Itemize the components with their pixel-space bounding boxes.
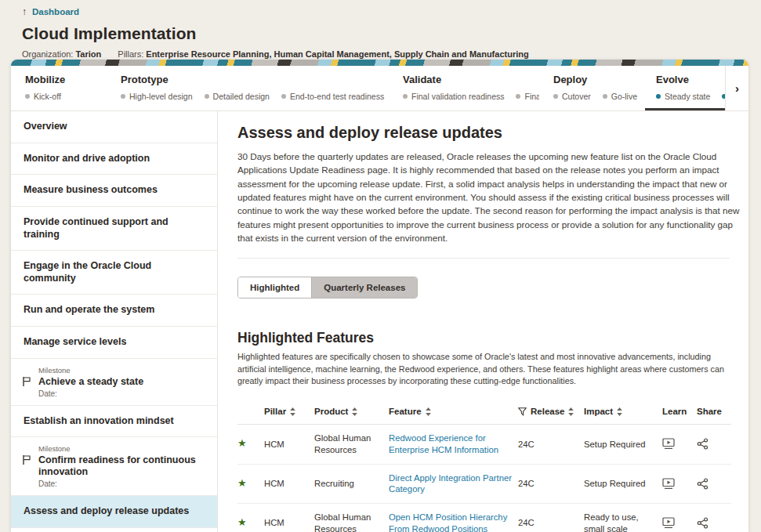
- flag-icon: [22, 454, 31, 465]
- stepper-next-button[interactable]: ›: [725, 66, 748, 110]
- phase-step[interactable]: Detailed design: [205, 92, 270, 101]
- sort-icon: [352, 407, 357, 416]
- sort-icon: [617, 407, 622, 416]
- step-dot-icon: [25, 94, 30, 99]
- features-section-title: Highlighted Features: [237, 330, 730, 346]
- sidebar-item-innovation-mindset[interactable]: Establish an innovation mindset: [11, 406, 217, 438]
- sort-icon: [426, 407, 431, 416]
- column-header-pillar[interactable]: Pillar: [264, 399, 314, 424]
- cell-product: Global Human Resources: [314, 425, 389, 463]
- tab-quarterly-releases[interactable]: Quarterly Releases: [311, 277, 417, 298]
- column-star: [237, 404, 264, 419]
- phase-prototype[interactable]: Prototype High-level design Detailed des…: [107, 66, 389, 110]
- cell-pillar: HCM: [264, 509, 314, 532]
- favorite-star-icon[interactable]: ★: [237, 429, 264, 458]
- cell-release: 24C: [518, 431, 584, 458]
- column-header-learn: Learn: [662, 399, 697, 424]
- phase-step[interactable]: Steady state: [656, 92, 710, 101]
- learn-video-button[interactable]: [662, 509, 697, 532]
- features-section-description: Highlighted features are specifically ch…: [237, 351, 741, 387]
- phase-name: Prototype: [121, 74, 389, 85]
- step-dot-icon: [656, 94, 661, 99]
- flag-icon: [22, 376, 31, 387]
- step-dot-icon: [121, 94, 125, 99]
- sidebar-milestone-continuous-innovation[interactable]: Milestone Confirm readiness for continuo…: [11, 437, 217, 496]
- phase-name: Deploy: [553, 74, 645, 85]
- content-intro: 30 Days before the quarterly updates are…: [237, 150, 747, 244]
- page-title: Cloud Implementation: [22, 24, 727, 43]
- sort-icon: [568, 407, 574, 416]
- phase-step[interactable]: Final validation: [516, 92, 539, 101]
- sidebar-item-operate-system[interactable]: Run and operate the system: [11, 295, 217, 327]
- sidebar-item-support-training[interactable]: Provide continued support and training: [11, 207, 217, 251]
- milestone-label: Confirm readiness for continuous innovat…: [38, 454, 206, 478]
- sidebar-item-cloud-community[interactable]: Engage in the Oracle Cloud community: [11, 251, 217, 295]
- phase-step[interactable]: Kick-off: [25, 92, 61, 101]
- sidebar-item-measure-outcomes[interactable]: Measure business outcomes: [11, 175, 217, 207]
- share-button[interactable]: [697, 509, 731, 532]
- page-meta: Organization:Tarion Pillars:Enterprise R…: [22, 49, 727, 59]
- step-label: End-to-end test readiness: [290, 92, 384, 101]
- page-header: ↑ Dashboard Cloud Implementation Organiz…: [22, 6, 727, 59]
- phase-validate[interactable]: Validate Final validation readiness Fina…: [389, 66, 539, 110]
- content-heading: Assess and deploy release updates: [237, 124, 730, 142]
- tab-highlighted[interactable]: Highlighted: [238, 277, 311, 298]
- column-header-release[interactable]: Release: [518, 399, 584, 424]
- phase-step[interactable]: Go-live: [603, 92, 637, 101]
- highlighted-features-table: Pillar Product Feature Release Im: [237, 399, 731, 532]
- column-header-product[interactable]: Product: [314, 399, 389, 424]
- favorite-star-icon[interactable]: ★: [237, 508, 264, 532]
- cell-impact: Setup Required: [584, 431, 662, 458]
- pillars-value: Enterprise Resource Planning, Human Capi…: [146, 49, 528, 59]
- sidebar-item-service-levels[interactable]: Manage service levels: [11, 327, 217, 359]
- share-nodes-icon: [697, 517, 708, 529]
- table-row: ★ HCM Recruiting Direct Apply Integratio…: [237, 465, 731, 504]
- table-row: ★ HCM Global Human Resources Redwood Exp…: [237, 425, 731, 464]
- phase-step[interactable]: High-level design: [121, 92, 193, 101]
- feature-link[interactable]: Direct Apply Integration Partner Categor…: [389, 465, 518, 503]
- sidebar-item-monitor-adoption[interactable]: Monitor and drive adoption: [11, 143, 217, 176]
- breadcrumb-dashboard-link[interactable]: Dashboard: [32, 7, 79, 16]
- column-label: Pillar: [264, 407, 286, 416]
- video-play-icon: [662, 517, 676, 529]
- section-divider: [237, 258, 730, 259]
- sidebar-item-release-updates-selected[interactable]: Assess and deploy release updates: [11, 496, 217, 528]
- share-button[interactable]: [697, 430, 731, 458]
- column-header-impact[interactable]: Impact: [584, 399, 662, 424]
- column-label: Feature: [389, 407, 422, 416]
- cell-release: 24C: [518, 509, 584, 532]
- sidebar-item-overview[interactable]: Overview: [11, 111, 217, 143]
- step-dot-icon: [281, 94, 286, 99]
- step-label: Final validation: [524, 92, 539, 101]
- step-dot-icon: [205, 94, 209, 99]
- cell-impact: Setup Required: [584, 470, 662, 498]
- cell-pillar: HCM: [264, 470, 314, 498]
- milestone-tag: Milestone: [38, 444, 206, 453]
- phase-deploy[interactable]: Deploy Cutover Go-live: [539, 66, 645, 110]
- feature-link[interactable]: Redwood Experience for Enterprise HCM In…: [389, 425, 518, 463]
- phase-name: Evolve: [656, 74, 725, 85]
- share-button[interactable]: [697, 470, 731, 498]
- milestone-date-label: Date:: [38, 480, 206, 488]
- learn-video-button[interactable]: [662, 470, 697, 498]
- phase-step[interactable]: Final validation readiness: [403, 92, 504, 101]
- step-label: Kick-off: [34, 92, 61, 101]
- organization-label: Organization:: [22, 49, 73, 59]
- feature-link[interactable]: Open HCM Position Hierarchy From Redwood…: [389, 504, 518, 532]
- phase-step[interactable]: End-to-end test readiness: [281, 92, 384, 101]
- cell-product: Recruiting: [314, 470, 389, 498]
- milestone-date-label: Date:: [38, 389, 143, 398]
- phase-evolve-active[interactable]: Evolve Steady state C: [645, 66, 725, 110]
- favorite-star-icon[interactable]: ★: [237, 469, 264, 498]
- sidebar-milestone-steady-state[interactable]: Milestone Achieve a steady state Date:: [11, 359, 217, 406]
- breadcrumb[interactable]: ↑ Dashboard: [22, 6, 727, 17]
- step-label: Cutover: [562, 92, 591, 101]
- learn-video-button[interactable]: [662, 430, 697, 458]
- cell-impact: Ready to use, small scale: [584, 504, 662, 532]
- column-header-feature[interactable]: Feature: [389, 399, 518, 424]
- journey-card: Mobilize Kick-off Prototype High-level d…: [11, 60, 748, 532]
- cell-release: 24C: [518, 470, 584, 498]
- phase-step[interactable]: Cutover: [553, 92, 591, 101]
- phase-mobilize[interactable]: Mobilize Kick-off: [11, 66, 107, 110]
- phase-name: Mobilize: [25, 74, 107, 85]
